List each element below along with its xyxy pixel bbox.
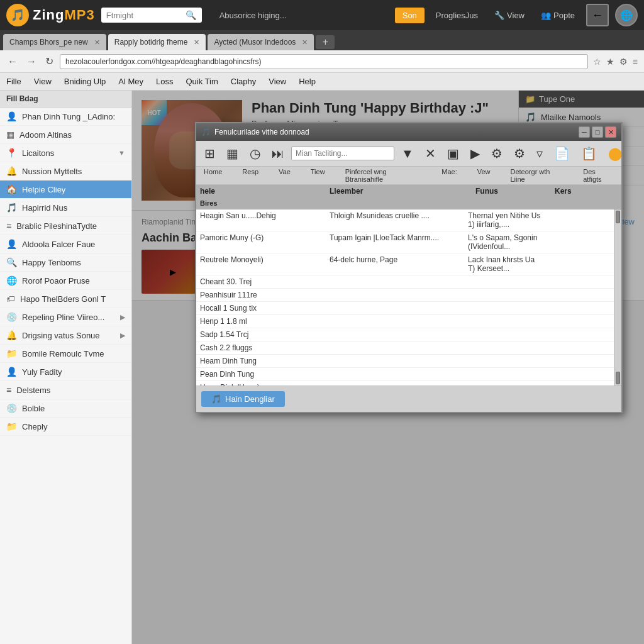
- star-icon[interactable]: ★: [605, 55, 616, 68]
- table-row[interactable]: Reutrele Monoyeli) 64-delc hurne, Page L…: [196, 253, 614, 275]
- sidebar-label-brablic: Brablic PileshinaTydte: [16, 221, 97, 231]
- tab-0-close[interactable]: ✕: [94, 38, 100, 47]
- row1-col2: L's o Sapam, Sgonin (IVidenfoul...: [468, 233, 543, 251]
- sidebar-item-hapirrid[interactable]: Hapirrid Nus: [0, 199, 131, 217]
- disc-icon-2: [6, 403, 17, 413]
- sidebar-label-adoom: Adoom Altinas: [19, 130, 72, 140]
- dialog-table-body[interactable]: Heagin San u.....Dehig Thloigh Msunideas…: [196, 211, 614, 386]
- tab-1-close[interactable]: ✕: [194, 38, 199, 47]
- footer-icon: 🎵: [211, 394, 221, 404]
- table-row[interactable]: Pamoric Muny (-G) Tupam Igain |LloeTack …: [196, 231, 614, 253]
- table-row[interactable]: Heagin San u.....Dehig Thloigh Msunideas…: [196, 211, 614, 231]
- dialog-footer: 🎵 Hain Dengliar: [196, 386, 621, 412]
- main-area: Fill Bdag Phan Dinh Tung _LAdino: Adoom …: [0, 91, 644, 644]
- table-row[interactable]: Pean Dinh Tung: [196, 368, 614, 381]
- new-tab-button[interactable]: +: [316, 35, 335, 49]
- content-area: HOT Phan Dinh Tung 'Happy Birthday :J" B…: [132, 91, 644, 644]
- tab-2[interactable]: Aycted (Musor Indedoos ✕: [208, 34, 314, 50]
- row0-col2: Thernal yen Nitihe Us 1) iiirfarig,....: [468, 211, 543, 229]
- sidebar-item-rorof[interactable]: Rorof Poaor Pruse: [0, 272, 131, 290]
- sidebar-item-licaitons[interactable]: Licaitons ▼: [0, 144, 131, 162]
- table-row[interactable]: Happ Dinh 'Hane): [196, 381, 614, 386]
- table-row[interactable]: Peanhisuir 111re: [196, 289, 614, 302]
- sidebar-item-delstems[interactable]: Delstems: [0, 381, 131, 399]
- row4-col0: Peanhisuir 111re: [200, 291, 326, 299]
- sidebar-item-cheply[interactable]: Cheply: [0, 418, 131, 436]
- menu-al-mey[interactable]: Al Mey: [118, 77, 143, 86]
- bookmark-icon[interactable]: ☆: [592, 55, 602, 68]
- proglies-link[interactable]: ProgliesJus: [431, 8, 483, 23]
- menu-quik[interactable]: Quik Tim: [186, 77, 218, 86]
- sidebar-item-brablic[interactable]: Brablic PileshinaTydte: [0, 217, 131, 235]
- tab-bar: Champs Bhors_pe new ✕ Rapply botidrlg fh…: [0, 30, 644, 50]
- search-icon[interactable]: 🔍: [186, 10, 196, 20]
- tab-2-label: Aycted (Musor Indedoos: [214, 38, 296, 47]
- bell-icon-2: [6, 330, 17, 340]
- logo-text: ZingMP3: [33, 7, 95, 23]
- sidebar: Fill Bdag Phan Dinh Tung _LAdino: Adoom …: [0, 91, 132, 644]
- menu-view2[interactable]: View: [269, 77, 286, 86]
- avatar[interactable]: ←: [586, 4, 609, 26]
- sidebar-item-helpie[interactable]: Helpie Cliey: [0, 180, 131, 199]
- menu-bniding[interactable]: Bniding Ulp: [64, 77, 106, 86]
- sidebar-item-repeling[interactable]: Repeling Pline Viireo... ▶: [0, 308, 131, 326]
- table-row[interactable]: Henp 1 1.8 ml: [196, 315, 614, 328]
- sidebar-item-adoom[interactable]: Adoom Altinas: [0, 126, 131, 144]
- settings-icon[interactable]: ⚙: [618, 55, 629, 68]
- view-link[interactable]: 🔧 View: [489, 8, 530, 23]
- sidebar-item-happy[interactable]: 🔍 Happy Tenboms: [0, 253, 131, 272]
- sidebar-label-repeling: Repeling Pline Viireo...: [22, 313, 104, 322]
- table-row[interactable]: Sadp 1.54 Trcj: [196, 328, 614, 341]
- sidebar-item-bolble[interactable]: Bolble: [0, 399, 131, 418]
- footer-button[interactable]: 🎵 Hain Dengliar: [201, 391, 285, 407]
- sidebar-item-aldoola[interactable]: Aldoola Falcer Faue: [0, 235, 131, 253]
- table-row[interactable]: Cheant 30. Trej: [196, 275, 614, 289]
- tab-0[interactable]: Champs Bhors_pe new ✕: [3, 34, 106, 50]
- forward-button[interactable]: →: [24, 55, 39, 69]
- sidebar-item-drigsing[interactable]: Drigsing vatus Sonue ▶: [0, 326, 131, 345]
- dialog-overlay: 🎵 Fenulcurilade vithe donnoad ─ □ ✕: [132, 211, 644, 644]
- search-icon-2: 🔍: [6, 257, 17, 267]
- tab-1[interactable]: Rapply botidrlg fheme ✕: [108, 34, 206, 50]
- menu-help[interactable]: Help: [299, 77, 316, 86]
- search-bar[interactable]: 🔍: [101, 8, 202, 23]
- menu-loss[interactable]: Loss: [156, 77, 173, 86]
- sidebar-label-aldoola: Aldoola Falcer Faue: [22, 240, 95, 249]
- menu-claphy[interactable]: Claphy: [231, 77, 256, 86]
- menu-icon[interactable]: ≡: [631, 55, 639, 68]
- sidebar-item-hapo[interactable]: Hapo ThelBders Gonl T: [0, 290, 131, 308]
- menu-fille[interactable]: Fille: [6, 77, 21, 86]
- top-bar: 🎵 ZingMP3 🔍 Abusorice higing... Son Prog…: [0, 0, 644, 30]
- row2-col1: 64-delc hurne, Page: [330, 255, 464, 273]
- address-input[interactable]: [60, 54, 588, 69]
- location-icon: [6, 148, 17, 158]
- sidebar-item-nussion[interactable]: Nussion Myttelts: [0, 162, 131, 180]
- back-button[interactable]: ←: [5, 55, 20, 69]
- table-row[interactable]: Hocall 1 Sung tix: [196, 302, 614, 315]
- sidebar-label-drigsing: Drigsing vatus Sonue: [22, 331, 100, 340]
- nav-abusorice[interactable]: Abusorice higing...: [214, 8, 292, 23]
- row1-col0: Pamoric Muny (-G): [200, 233, 326, 251]
- row1-col1: Tupam Igain |LloeTack Manrm....: [330, 233, 464, 251]
- menu-view[interactable]: View: [34, 77, 52, 86]
- grid-icon: [6, 130, 14, 140]
- sidebar-item-yuly[interactable]: Yuly Fadity: [0, 363, 131, 381]
- folder-icon: [6, 348, 17, 358]
- people-link[interactable]: 👥 Popte: [536, 8, 580, 23]
- user-avatar[interactable]: 🌐: [615, 4, 638, 26]
- sidebar-label-licaitons: Licaitons: [22, 148, 54, 158]
- dialog-scrollbar[interactable]: [614, 211, 621, 386]
- sidebar-item-bomile[interactable]: Bomile Remoulc Tvme: [0, 345, 131, 363]
- table-row[interactable]: Heam Dinh Tung: [196, 355, 614, 368]
- expand-icon: ▼: [118, 149, 125, 157]
- logo-icon: 🎵: [6, 4, 29, 26]
- table-row[interactable]: Cash 2.2 fluggs: [196, 341, 614, 355]
- list-icon: [6, 221, 11, 231]
- refresh-button[interactable]: ↻: [43, 54, 56, 69]
- sidebar-label-hapirrid: Hapirrid Nus: [22, 203, 67, 213]
- tab-2-close[interactable]: ✕: [302, 38, 308, 47]
- sidebar-item-phan[interactable]: Phan Dinh Tung _LAdino:: [0, 108, 131, 126]
- search-input[interactable]: [106, 11, 182, 20]
- person-icon-3: [6, 367, 17, 377]
- son-button[interactable]: Son: [395, 8, 425, 23]
